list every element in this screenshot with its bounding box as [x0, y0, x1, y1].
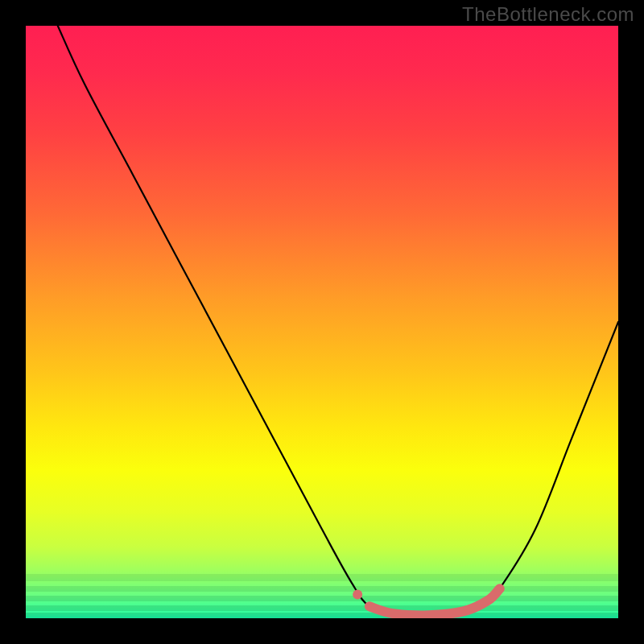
curve-path [58, 26, 618, 615]
highlight-dot [353, 590, 362, 600]
watermark-text: TheBottleneck.com [462, 3, 634, 26]
plot-area [26, 26, 618, 618]
highlight-path [369, 588, 500, 615]
chart-frame: TheBottleneck.com [0, 0, 644, 644]
chart-svg [26, 26, 618, 618]
